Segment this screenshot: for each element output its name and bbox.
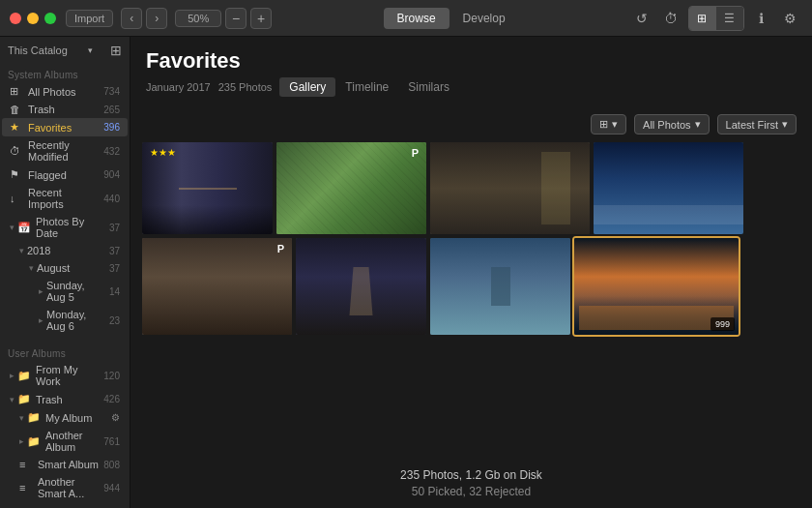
sidebar-item-smart-album[interactable]: ≡ Smart Album 808	[2, 456, 128, 473]
sidebar-item-trash-album[interactable]: ▾ 📁 Trash 426	[2, 390, 128, 408]
sidebar-item-favorites-label: Favorites	[28, 122, 100, 134]
sidebar-item-from-my-work[interactable]: ▸ 📁 From My Work 120	[2, 361, 128, 390]
2018-arrow: ▾	[19, 246, 24, 255]
sidebar-item-recently-modified-label: Recently Modified	[28, 139, 100, 163]
photos-by-date-icon: 📅	[17, 222, 31, 234]
catalog-dropdown-icon: ▾	[88, 45, 93, 55]
photo-stars-badge: ★★★	[146, 146, 180, 159]
sidebar-item-2018-count: 37	[109, 246, 120, 256]
sidebar-item-2018-label: 2018	[27, 245, 105, 256]
photo-p-badge-2: P	[274, 242, 288, 255]
content-subtitle: January 2017 235 Photos Gallery Timeline…	[146, 77, 797, 97]
sidebar-item-sunday-label: Sunday, Aug 5	[46, 280, 105, 303]
photo-aerial[interactable]: P	[276, 142, 426, 234]
sort-label: Latest First	[726, 119, 778, 131]
tab-similars[interactable]: Similars	[398, 77, 459, 97]
sidebar-item-trash-album-count: 426	[103, 394, 120, 404]
grid-row-2: P	[142, 238, 800, 335]
photo-city[interactable]: 999	[574, 238, 739, 335]
sidebar-item-trash-album-label: Trash	[36, 394, 100, 405]
my-album-arrow: ▾	[19, 413, 24, 423]
subtitle-count: 235 Photos	[218, 81, 273, 93]
catalog-label: This Catalog	[8, 45, 68, 56]
photo-plane[interactable]	[594, 142, 743, 234]
content-tabs: Gallery Timeline Similars	[279, 77, 459, 97]
sidebar-item-another-album-label: Another Album	[45, 430, 100, 453]
add-catalog-button[interactable]: ⊞	[110, 43, 122, 58]
photo-street[interactable]: P	[142, 238, 292, 335]
content-area: Favorites January 2017 235 Photos Galler…	[130, 37, 812, 508]
view-grid-button[interactable]: ⊞	[689, 7, 716, 30]
from-my-work-arrow: ▸	[10, 371, 14, 380]
info-button[interactable]: ℹ	[750, 7, 773, 30]
sidebar-item-sunday-aug5[interactable]: ▸ Sunday, Aug 5 14	[2, 277, 128, 306]
recent-imports-icon: ↓	[10, 193, 23, 204]
favorites-icon: ★	[10, 121, 23, 134]
filter-select[interactable]: All Photos ▾	[634, 114, 710, 134]
sidebar-item-from-my-work-count: 120	[103, 371, 120, 381]
filter-arrow: ▾	[695, 118, 701, 131]
sidebar-item-monday-aug6[interactable]: ▸ Monday, Aug 6 23	[2, 306, 128, 335]
sidebar-item-flagged[interactable]: ⚑ Flagged 904	[2, 165, 128, 184]
tab-timeline[interactable]: Timeline	[335, 77, 398, 97]
zoom-control: 50% − +	[175, 8, 272, 29]
sidebar-item-another-album[interactable]: ▸ 📁 Another Album 761	[2, 427, 128, 456]
toolbar-right: ⊞ ▾ All Photos ▾ Latest First ▾	[591, 114, 797, 134]
sidebar-item-favorites[interactable]: ★ Favorites 396	[2, 118, 128, 136]
sidebar-item-from-my-work-label: From My Work	[36, 364, 100, 387]
photo-subway[interactable]: ★★★	[142, 142, 273, 234]
close-button[interactable]	[10, 13, 21, 24]
sidebar-item-august[interactable]: ▾ August 37	[2, 259, 128, 277]
sidebar-item-my-album-gear: ⚙	[111, 412, 120, 423]
sidebar-item-recently-modified[interactable]: ⏱ Recently Modified 432	[2, 136, 128, 165]
trash-icon: 🗑	[10, 104, 23, 115]
photo-fjord[interactable]	[430, 238, 570, 335]
bottom-info: 235 Photos, 1.2 Gb on Disk 50 Picked, 32…	[130, 459, 812, 508]
sort-select[interactable]: Latest First ▾	[717, 114, 797, 134]
picked-rejected-stat: 50 Picked, 32 Rejected	[140, 485, 802, 498]
undo-button[interactable]: ↺	[630, 7, 653, 30]
sidebar-item-2018[interactable]: ▾ 2018 37	[2, 242, 128, 259]
settings-button[interactable]: ⚙	[779, 7, 802, 30]
nav-forward-button[interactable]: ›	[146, 8, 167, 29]
photo-grid: ★★★ P	[130, 138, 812, 459]
sidebar-item-recent-imports[interactable]: ↓ Recent Imports 440	[2, 184, 128, 213]
sidebar-item-photos-by-date[interactable]: ▾ 📅 Photos By Date 37	[2, 213, 128, 242]
photo-temple[interactable]	[296, 238, 426, 335]
sidebar-item-trash-count: 265	[103, 105, 120, 115]
photo-p-badge-1: P	[408, 146, 422, 160]
nav-back-button[interactable]: ‹	[121, 8, 142, 29]
sidebar-item-monday-label: Monday, Aug 6	[46, 309, 105, 332]
fullscreen-button[interactable]	[44, 13, 56, 24]
zoom-minus-button[interactable]: −	[225, 8, 246, 29]
tab-develop[interactable]: Develop	[450, 8, 519, 29]
sidebar-item-trash[interactable]: 🗑 Trash 265	[2, 101, 128, 118]
trash-album-icon: 📁	[17, 393, 31, 405]
view-mode-select[interactable]: ⊞ ▾	[591, 114, 626, 134]
another-album-arrow: ▸	[19, 436, 24, 446]
sidebar-item-my-album[interactable]: ▾ 📁 My Album ⚙	[2, 408, 128, 427]
history-button[interactable]: ⏱	[659, 7, 682, 30]
sidebar-item-all-photos[interactable]: ⊞ All Photos 734	[2, 82, 128, 101]
system-albums-label: System Albums	[0, 64, 130, 82]
sidebar-item-august-label: August	[37, 262, 105, 274]
tab-gallery[interactable]: Gallery	[279, 77, 335, 97]
sidebar-item-another-smart[interactable]: ≡ Another Smart A... 944	[2, 473, 128, 502]
sidebar-item-another-smart-count: 944	[103, 483, 120, 493]
view-list-button[interactable]: ☰	[716, 7, 743, 30]
photos-by-date-arrow: ▾	[10, 223, 14, 232]
august-arrow: ▾	[29, 263, 34, 273]
tab-browse[interactable]: Browse	[384, 8, 450, 29]
photo-interior[interactable]	[430, 142, 590, 234]
sidebar-item-recent-imports-count: 440	[103, 194, 120, 204]
import-button[interactable]: Import	[66, 10, 113, 27]
minimize-button[interactable]	[27, 13, 39, 24]
traffic-lights	[10, 13, 56, 24]
catalog-selector[interactable]: This Catalog ▾ ⊞	[0, 37, 130, 64]
content-header: Favorites January 2017 235 Photos Galler…	[130, 37, 812, 110]
photo-count-badge: 999	[710, 317, 735, 331]
another-smart-icon: ≡	[19, 482, 33, 493]
monday-arrow: ▸	[39, 315, 44, 325]
zoom-plus-button[interactable]: +	[250, 8, 272, 29]
from-my-work-icon: 📁	[17, 370, 31, 382]
